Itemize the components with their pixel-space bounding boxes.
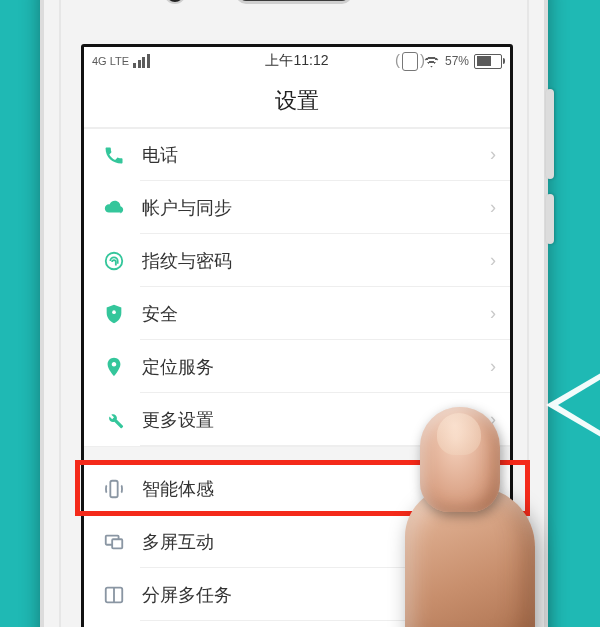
watermark-shard (546, 370, 600, 440)
row-label: 定位服务 (142, 355, 474, 379)
svg-rect-2 (110, 480, 117, 497)
row-multiscreen[interactable]: 多屏互动 › (84, 515, 510, 568)
splitview-icon (102, 583, 126, 607)
row-fingerprint[interactable]: 指纹与密码 › (84, 234, 510, 287)
row-label: 安全 (142, 302, 474, 326)
chevron-right-icon: › (490, 250, 496, 271)
chevron-right-icon: › (490, 197, 496, 218)
location-icon (102, 355, 126, 379)
row-label: 分屏多任务 (142, 583, 474, 607)
phone-speaker (236, 0, 352, 4)
row-label: 多屏互动 (142, 530, 474, 554)
multiscreen-icon (102, 530, 126, 554)
wifi-icon (423, 55, 440, 68)
screen: 4G LTE 上午11:12 57% 设置 电话 › (81, 44, 513, 627)
shield-icon (102, 302, 126, 326)
row-motion[interactable]: 智能体感 › (84, 462, 510, 515)
fingerprint-icon (102, 249, 126, 273)
svg-point-1 (112, 310, 116, 314)
chevron-right-icon: › (490, 584, 496, 605)
phone-icon (102, 143, 126, 167)
row-more[interactable]: 更多设置 › (84, 393, 510, 446)
chevron-right-icon: › (490, 144, 496, 165)
settings-list: 电话 › 帐户与同步 › 指纹与密码 › (84, 128, 510, 621)
signal-icon (133, 54, 150, 68)
section-gap (84, 446, 510, 462)
row-security[interactable]: 安全 › (84, 287, 510, 340)
page-title: 设置 (84, 75, 510, 128)
row-label: 电话 (142, 143, 474, 167)
network-type: 4G LTE (92, 55, 129, 67)
row-label: 智能体感 (142, 477, 474, 501)
row-phone[interactable]: 电话 › (84, 128, 510, 181)
status-bar: 4G LTE 上午11:12 57% (84, 47, 510, 75)
cloud-sync-icon (102, 196, 126, 220)
row-location[interactable]: 定位服务 › (84, 340, 510, 393)
battery-percent: 57% (445, 54, 469, 68)
chevron-right-icon: › (490, 409, 496, 430)
row-label: 帐户与同步 (142, 196, 474, 220)
svg-rect-4 (112, 539, 122, 548)
row-sync[interactable]: 帐户与同步 › (84, 181, 510, 234)
wrench-icon (102, 408, 126, 432)
phone-sensor (164, 0, 186, 4)
chevron-right-icon: › (490, 531, 496, 552)
chevron-right-icon: › (490, 356, 496, 377)
phone-chassis: vivo 4G LTE 上午11:12 57% 设置 电话 › (40, 0, 548, 627)
row-splitview[interactable]: 分屏多任务 › (84, 568, 510, 621)
motion-icon (102, 477, 126, 501)
chevron-right-icon: › (490, 303, 496, 324)
battery-icon (474, 54, 502, 69)
row-label: 更多设置 (142, 408, 474, 432)
vibrate-icon (402, 52, 418, 71)
chevron-right-icon: › (490, 478, 496, 499)
clock: 上午11:12 (265, 52, 328, 70)
volume-button (546, 89, 554, 179)
power-button (546, 194, 554, 244)
row-label: 指纹与密码 (142, 249, 474, 273)
